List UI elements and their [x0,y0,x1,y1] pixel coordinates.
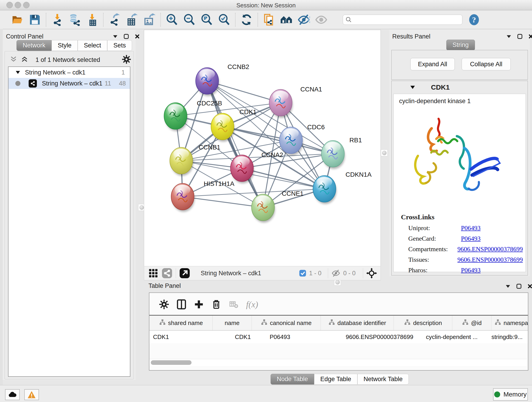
shared-column-icon [494,319,501,327]
memory-button[interactable]: Memory [493,388,528,401]
copy-network-icon[interactable] [262,13,276,26]
panel-close-icon[interactable] [528,33,532,39]
show-columns-icon[interactable] [175,298,188,311]
detach-view-icon[interactable] [179,268,190,279]
results-buttons-box: Expand All Collapse All [391,50,528,80]
network-canvas[interactable]: CCNB2CCNA1CDC25BCDK1CDC6RB1CCNB1CCNA2CDK… [144,30,381,266]
panel-close-icon[interactable] [527,283,532,289]
node-CCNA2[interactable] [230,155,254,183]
viewbar-separator [363,268,363,278]
node-count: 11 [105,80,111,87]
node-CCNB1[interactable] [170,147,193,176]
help-icon[interactable]: ? [467,13,481,26]
edge-HIST1H1A-CCNE1[interactable] [183,197,263,207]
node-CDK1[interactable] [211,113,234,142]
delete-column-icon[interactable] [210,298,223,311]
node-RB1[interactable] [322,140,345,169]
panel-collapse-icon[interactable] [506,33,512,39]
column-header-namespace[interactable]: namespace [491,316,528,330]
tab-network-table[interactable]: Network Table [357,374,409,385]
crosslink-uniprot-link[interactable]: P06493 [461,224,481,232]
tree-expander-icon[interactable] [15,70,21,75]
right-splitter-handle[interactable] [381,149,388,156]
tab-edge-table[interactable]: Edge Table [314,374,357,385]
network-graph[interactable]: CCNB2CCNA1CDC25BCDK1CDC6RB1CCNB1CCNA2CDK… [144,30,380,266]
results-tab-string[interactable]: String [446,40,475,51]
panel-float-icon[interactable] [516,283,522,289]
toolbar-separator [258,13,258,27]
zoom-out-icon[interactable] [183,13,196,26]
network-view-title: String Network – cdk1 [201,270,261,277]
panel-float-icon[interactable] [123,33,129,39]
crosslinks-list: Uniprot:P06493GeneCard:P06493Compartment… [408,223,523,275]
network-options-gear-icon[interactable] [122,55,131,65]
hidden-eye-icon[interactable] [331,269,341,278]
column-header-database-identifier[interactable]: database identifier [321,316,394,330]
selected-checkbox-icon[interactable] [299,269,306,277]
crosslink-row: Pharos:P06493 [408,265,523,275]
add-column-icon[interactable] [192,298,205,311]
search-input[interactable] [354,16,456,23]
crosslink-genecard-link[interactable]: P06493 [461,235,481,242]
import-network-from-database-icon[interactable] [68,13,81,26]
export-table-icon[interactable] [125,13,139,26]
open-session-icon[interactable] [11,13,24,26]
entry-expander-icon[interactable] [409,84,416,90]
node-CDKN1A[interactable] [313,176,336,204]
tab-style[interactable]: Style [51,40,78,51]
tab-sets[interactable]: Sets [107,40,132,51]
network-row-selected[interactable]: String Network – cdk1 11 48 [8,78,130,89]
crosslink-pharos-link[interactable]: P06493 [461,267,481,274]
export-image-icon[interactable] [143,13,156,26]
crosslink-tissues-link[interactable]: 9606.ENSP00000378699 [457,256,523,263]
import-table-icon[interactable] [85,13,99,26]
tab-node-table[interactable]: Node Table [271,374,314,385]
zoom-in-icon[interactable] [165,13,178,26]
home-icon[interactable] [280,13,293,26]
panel-collapse-icon[interactable] [112,33,118,39]
network-collection-row[interactable]: String Network – cdk1 1 [8,67,130,78]
node-CCNA1[interactable] [269,89,293,118]
shared-column-icon [328,319,335,327]
warning-button[interactable] [24,389,39,400]
cloud-button[interactable] [5,389,20,400]
grid-view-icon[interactable] [148,268,158,278]
column-header-name[interactable]: name [213,316,252,330]
node-CDC25B[interactable] [164,103,187,131]
node-CCNB2[interactable] [196,68,219,96]
column-header--id[interactable]: @id [452,316,491,330]
table-row[interactable]: CDK1CDK1P064939606.ENSP00000378699cyclin… [149,331,528,343]
panel-float-icon[interactable] [517,33,523,39]
collapse-all-icon[interactable] [10,56,17,63]
hide-selection-icon[interactable] [297,13,310,26]
viewbar-separator [176,268,176,278]
table-horizontal-scrollbar[interactable] [149,359,527,366]
crosslink-compartments-link[interactable]: 9606.ENSP00000378699 [457,245,523,253]
save-session-icon[interactable] [28,13,41,26]
panel-close-icon[interactable] [134,33,140,39]
table-cell: CDK1 [149,331,220,343]
node-HIST1H1A[interactable] [171,183,195,212]
entry-header[interactable]: CDK1 [392,81,528,94]
zoom-fit-icon[interactable] [200,13,213,26]
column-header-shared-name[interactable]: shared name [149,316,213,330]
node-CCNE1[interactable] [252,194,275,223]
birds-eye-view-icon[interactable] [366,268,377,279]
column-header-canonical-name[interactable]: canonical name [252,316,321,330]
show-hidden-icon[interactable] [315,13,328,26]
node-label-HIST1H1A: HIST1H1A [204,180,234,187]
toolbar-search[interactable] [343,15,462,25]
column-header-description[interactable]: description [394,316,452,330]
panel-collapse-icon[interactable] [505,283,511,289]
expand-all-button[interactable]: Expand All [410,58,455,70]
tab-network[interactable]: Network [17,40,51,51]
import-network-icon[interactable] [51,13,64,26]
refresh-view-icon[interactable] [240,13,253,26]
zoom-selected-icon[interactable] [217,13,231,26]
tab-select[interactable]: Select [78,40,107,51]
export-network-icon[interactable] [108,13,121,26]
scrollbar-thumb[interactable] [151,360,191,365]
expand-all-icon[interactable] [21,56,28,63]
table-options-gear-icon[interactable] [158,298,171,311]
collapse-all-button[interactable]: Collapse All [462,58,511,70]
